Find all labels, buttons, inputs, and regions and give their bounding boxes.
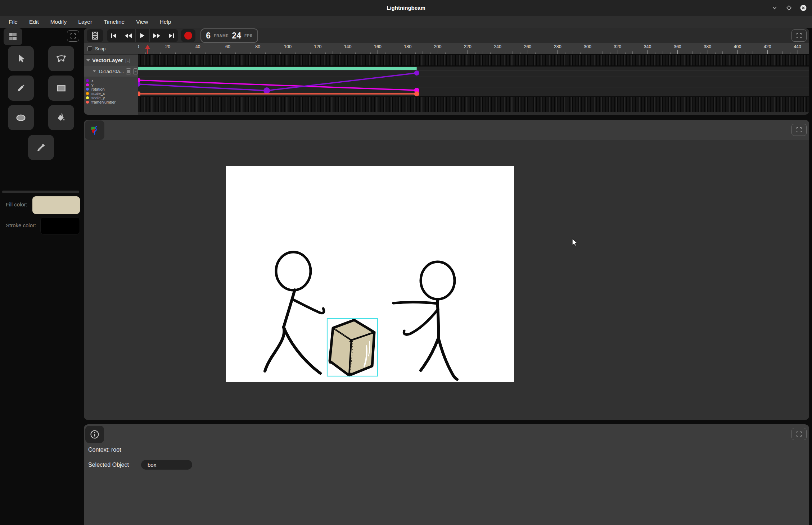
ruler-tick bbox=[483, 51, 483, 54]
ruler-label: 80 bbox=[250, 44, 266, 49]
property-row-scale_x[interactable]: scale_x bbox=[84, 91, 138, 96]
ruler-label: 160 bbox=[370, 44, 385, 49]
close-icon[interactable] bbox=[799, 4, 807, 12]
rectangle-tool-button[interactable] bbox=[48, 76, 74, 101]
ruler-tick bbox=[722, 51, 723, 54]
ruler-label: 260 bbox=[520, 44, 536, 49]
record-button[interactable] bbox=[181, 29, 195, 42]
inspector-expand-button[interactable] bbox=[791, 428, 807, 440]
collapse-arrow-icon[interactable] bbox=[86, 59, 90, 61]
menu-layer[interactable]: Layer bbox=[73, 17, 97, 27]
property-row-rotation[interactable]: rotation bbox=[84, 87, 138, 91]
frames-track[interactable] bbox=[138, 96, 809, 112]
playhead[interactable] bbox=[145, 45, 150, 54]
ellipse-tool-button[interactable] bbox=[8, 105, 34, 130]
ruler-tick bbox=[618, 50, 618, 54]
stick-figure-right[interactable] bbox=[393, 262, 457, 379]
property-name: scale_y bbox=[91, 96, 105, 100]
skip-to-end-button[interactable] bbox=[164, 29, 178, 42]
curve-track[interactable] bbox=[138, 66, 809, 96]
layer-child-row[interactable]: 151ad70a... ~ bbox=[84, 66, 138, 77]
stage[interactable] bbox=[226, 166, 514, 382]
ruler-tick bbox=[288, 50, 288, 54]
menu-edit[interactable]: Edit bbox=[24, 17, 44, 27]
transform-tool-button[interactable] bbox=[48, 46, 74, 71]
keyframe-marker[interactable] bbox=[414, 70, 419, 76]
pencil-icon bbox=[15, 83, 26, 93]
eyedropper-tool-button[interactable] bbox=[28, 135, 54, 160]
menu-file[interactable]: File bbox=[4, 17, 23, 27]
selected-object-value[interactable]: box bbox=[141, 460, 192, 470]
tools-expand-button[interactable] bbox=[67, 30, 79, 42]
stroke-color-swatch[interactable] bbox=[40, 217, 80, 234]
fast-forward-button[interactable] bbox=[150, 29, 164, 42]
title-bar: Lightningbeam bbox=[0, 0, 812, 16]
grid-menu-button[interactable] bbox=[4, 28, 22, 45]
property-row-y[interactable]: y bbox=[84, 83, 138, 87]
child-object-name: 151ad70a... bbox=[98, 69, 124, 74]
clip-duration-bar[interactable] bbox=[138, 67, 417, 70]
film-button[interactable] bbox=[87, 29, 103, 42]
layer-frames-track[interactable] bbox=[138, 54, 809, 66]
box-object[interactable] bbox=[327, 319, 378, 376]
path-transform-icon bbox=[55, 53, 67, 64]
keyframe-square-button[interactable] bbox=[126, 68, 131, 74]
minimize-icon[interactable] bbox=[771, 4, 779, 12]
ruler-tick bbox=[168, 50, 168, 54]
info-button[interactable] bbox=[85, 426, 104, 443]
layer-row-vectorlayer[interactable]: VectorLayer [L] bbox=[84, 54, 138, 66]
timeline-expand-button[interactable] bbox=[791, 29, 807, 42]
menu-modify[interactable]: Modify bbox=[45, 17, 72, 27]
keyframe-marker[interactable] bbox=[263, 87, 270, 94]
property-row-scale_y[interactable]: scale_y bbox=[84, 96, 138, 100]
skip-to-start-button[interactable] bbox=[107, 29, 121, 42]
rewind-button[interactable] bbox=[121, 29, 136, 42]
ruler-tick bbox=[348, 50, 348, 54]
ruler-tick bbox=[333, 51, 333, 54]
window-title: Lightningbeam bbox=[0, 5, 812, 11]
property-row-x[interactable]: x bbox=[84, 78, 138, 83]
select-tool-button[interactable] bbox=[8, 46, 34, 71]
divider bbox=[2, 191, 79, 193]
ruler-tick bbox=[648, 50, 648, 54]
ruler-label: 300 bbox=[580, 44, 596, 49]
canvas-expand-button[interactable] bbox=[791, 124, 807, 136]
ruler-tick bbox=[273, 51, 273, 54]
scene-tab[interactable] bbox=[85, 120, 104, 140]
ruler-label: 340 bbox=[640, 44, 655, 49]
tool-sidebar: Fill color: Stroke color: bbox=[0, 28, 84, 525]
timeline-ruler[interactable]: 0204060801001201401601802002202402602803… bbox=[138, 43, 809, 54]
skip-end-icon bbox=[168, 33, 174, 38]
ruler-tick bbox=[663, 51, 663, 54]
ruler-tick bbox=[513, 51, 513, 54]
ruler-tick bbox=[558, 50, 558, 54]
keyframe-marker[interactable] bbox=[138, 82, 140, 87]
curve-y[interactable] bbox=[138, 80, 417, 90]
maximize-icon[interactable] bbox=[785, 4, 793, 12]
keyframe-marker[interactable] bbox=[414, 91, 419, 96]
paint-bucket-tool-button[interactable] bbox=[48, 105, 74, 130]
frame-value: 6 bbox=[206, 31, 211, 41]
canvas-header bbox=[84, 120, 809, 140]
keyframe-marker[interactable] bbox=[138, 92, 140, 96]
pencil-tool-button[interactable] bbox=[8, 76, 34, 101]
ruler-tick bbox=[198, 50, 198, 54]
property-color-dot bbox=[86, 88, 89, 91]
menu-help[interactable]: Help bbox=[154, 17, 176, 27]
fill-color-swatch[interactable] bbox=[32, 196, 80, 214]
easing-button[interactable]: ~ bbox=[133, 68, 138, 74]
collapse-arrow-icon[interactable] bbox=[93, 70, 96, 72]
ruler-label: 60 bbox=[220, 44, 236, 49]
stick-figure-left[interactable] bbox=[265, 252, 324, 373]
property-row-frameNumber[interactable]: frameNumber bbox=[84, 100, 138, 104]
menu-timeline[interactable]: Timeline bbox=[99, 17, 130, 27]
ruler-label: 400 bbox=[730, 44, 745, 49]
layer-suffix: [L] bbox=[125, 58, 130, 63]
play-button[interactable] bbox=[136, 29, 150, 42]
expand-icon bbox=[796, 431, 802, 437]
snap-checkbox[interactable] bbox=[87, 46, 92, 51]
ruler-label: 220 bbox=[460, 44, 475, 49]
paint-bucket-icon bbox=[56, 112, 67, 123]
timeline-controls: 6 FRAME 24 FPS bbox=[84, 28, 809, 43]
menu-view[interactable]: View bbox=[131, 17, 153, 27]
